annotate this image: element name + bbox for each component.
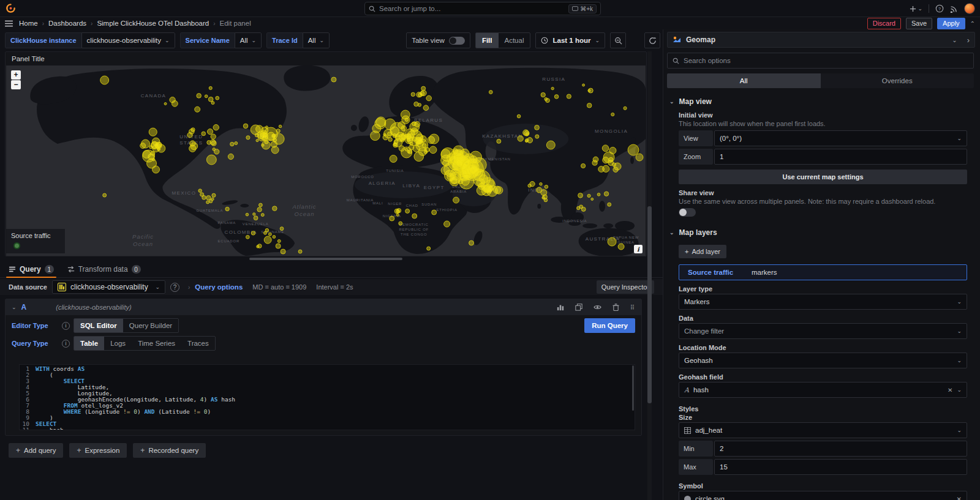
variable-value-dropdown[interactable]: All⌄ <box>235 32 262 48</box>
sql-editor-option[interactable]: SQL Editor <box>74 319 123 332</box>
map-zoom-in-button[interactable]: + <box>11 70 21 80</box>
actual-option[interactable]: Actual <box>499 33 530 48</box>
search-icon <box>673 58 679 64</box>
svg-text:Atlantic: Atlantic <box>292 203 317 210</box>
add-new-button[interactable]: ⌄ <box>910 6 922 12</box>
query-options-link[interactable]: Query options <box>195 283 243 291</box>
svg-text:MONGOLIA: MONGOLIA <box>595 129 628 134</box>
max-input[interactable]: 15 <box>714 459 967 475</box>
options-search-input[interactable]: Search options <box>667 53 974 69</box>
plus-icon: + <box>77 446 81 455</box>
breadcrumb-dashboard-name[interactable]: Simple ClickHouse OTel Dashboard <box>97 20 209 27</box>
map-zoom-out-button[interactable]: − <box>11 80 21 89</box>
tab-overrides[interactable]: Overrides <box>821 73 974 88</box>
fill-option[interactable]: Fill <box>476 33 499 48</box>
refresh-button[interactable] <box>644 32 660 48</box>
global-search-input[interactable]: Search or jump to... ⌘+k <box>364 2 601 15</box>
angle-right-icon[interactable]: › <box>967 35 970 45</box>
min-input[interactable]: 2 <box>714 441 967 457</box>
svg-text:Ocean: Ocean <box>133 241 153 247</box>
panel-title[interactable]: Panel Title <box>6 52 646 65</box>
eye-icon[interactable] <box>594 304 601 311</box>
geohash-field-select[interactable]: Ahash✕⌄ <box>679 382 967 398</box>
breadcrumb-dashboards[interactable]: Dashboards <box>48 20 86 27</box>
chevron-down-icon[interactable]: ⌄ <box>12 304 17 310</box>
sql-editor[interactable]: 1WITH coords AS2 (3 SELECT4 Latitude,5 L… <box>19 364 635 430</box>
menu-hamburger-icon[interactable] <box>5 20 13 27</box>
map-zoom-controls: + − <box>11 70 21 89</box>
breadcrumb-bar: Home › Dashboards › Simple ClickHouse OT… <box>0 17 980 29</box>
top-navbar: Search or jump to... ⌘+k ⌄ ? <box>0 0 980 17</box>
zoom-input[interactable]: 1 <box>714 149 967 165</box>
geohash-field-label: Geohash field <box>679 373 967 381</box>
chevron-down-icon: ⌄ <box>669 99 674 105</box>
add-query-button[interactable]: +Add query <box>9 443 63 458</box>
code-scrollbar[interactable] <box>632 365 634 411</box>
toggle-switch-off[interactable] <box>449 37 465 45</box>
news-rss-icon[interactable] <box>950 5 958 13</box>
layer-type-select[interactable]: Markers⌄ <box>679 294 967 310</box>
svg-text:ETHIOPIA: ETHIOPIA <box>436 208 457 212</box>
table-option[interactable]: Table <box>74 337 104 350</box>
data-select[interactable]: Change filter⌄ <box>679 323 967 339</box>
map-view-section-header[interactable]: ⌄Map view <box>667 94 975 109</box>
clock-icon <box>541 37 548 44</box>
location-mode-select[interactable]: Geohash⌄ <box>679 353 967 368</box>
add-layer-button[interactable]: +Add layer <box>679 245 726 258</box>
layer-type-label: Layer type <box>679 285 967 293</box>
time-range-picker[interactable]: Last 1 hour ⌄ <box>535 32 605 48</box>
time-series-option[interactable]: Time Series <box>132 337 181 350</box>
chevron-down-icon: ⌄ <box>669 229 674 236</box>
tab-query[interactable]: Query 1 <box>9 262 54 277</box>
clear-icon[interactable]: ✕ <box>948 387 952 394</box>
symbol-select[interactable]: circle.svg✕ <box>679 491 967 500</box>
breadcrumb-home[interactable]: Home <box>19 20 38 27</box>
size-field-select[interactable]: adj_heat⌄ <box>679 422 967 438</box>
map-layers-section-header[interactable]: ⌄Map layers <box>667 225 975 240</box>
share-view-toggle[interactable] <box>679 208 696 217</box>
clear-icon[interactable]: ✕ <box>957 496 962 500</box>
chart-icon[interactable] <box>557 304 564 311</box>
datasource-help-icon[interactable]: ? <box>170 283 179 292</box>
chevron-right-icon: › <box>213 20 215 27</box>
transform-count-badge: 0 <box>132 265 141 274</box>
world-map[interactable]: CANADARUSSIAUNITEDSTATESMEXICOGUATEMALAP… <box>6 65 646 256</box>
layer-item-source-traffic[interactable]: Source traffic markers <box>679 264 967 280</box>
visualization-picker[interactable]: Geomap ⌄ › <box>667 32 975 48</box>
grafana-logo-icon[interactable] <box>0 3 21 13</box>
logs-option[interactable]: Logs <box>104 337 132 350</box>
run-query-button[interactable]: Run Query <box>584 318 635 333</box>
variable-trace-id: Trace Id All⌄ <box>266 32 330 48</box>
expression-button[interactable]: +Expression <box>69 443 127 458</box>
save-button[interactable]: Save <box>906 18 932 29</box>
geomap-panel[interactable]: Panel Title <box>5 51 647 256</box>
variable-value-dropdown[interactable]: All⌄ <box>303 32 330 48</box>
datasource-picker[interactable]: clickhouse-observability ⌄ <box>52 280 165 294</box>
max-data-points-stat: MD = auto = 1909 <box>252 283 306 291</box>
help-icon[interactable]: ? <box>935 4 944 13</box>
drag-handle-icon[interactable]: ⠿ <box>630 304 635 311</box>
query-builder-option[interactable]: Query Builder <box>123 319 178 332</box>
chevron-up-icon[interactable]: ⌃ <box>970 20 975 27</box>
zoom-out-time-button[interactable] <box>610 32 626 48</box>
tab-all[interactable]: All <box>667 73 821 88</box>
scrollbar-thumb[interactable] <box>647 206 652 403</box>
traces-option[interactable]: Traces <box>181 337 215 350</box>
duplicate-icon[interactable] <box>575 304 582 311</box>
edit-panel-left-column: ClickHouse instance clickhouse-observabi… <box>0 29 663 500</box>
use-current-map-settings-button[interactable]: Use current map settings <box>679 170 967 184</box>
view-select[interactable]: (0°, 0°)⌄ <box>714 130 967 146</box>
query-inspector-button[interactable]: Query Inspector <box>597 280 654 294</box>
query-row-header[interactable]: ⌄ A (clickhouse-observability) ⠿ <box>6 299 641 315</box>
variable-value-dropdown[interactable]: clickhouse-observability⌄ <box>81 32 175 48</box>
table-view-toggle[interactable]: Table view <box>406 32 470 48</box>
datasource-label: Data source <box>9 283 47 291</box>
map-attribution-button[interactable]: i <box>634 245 643 253</box>
recorded-query-button[interactable]: +Recorded query <box>133 443 206 458</box>
discard-button[interactable]: Discard <box>867 18 901 29</box>
trash-icon[interactable] <box>612 304 619 311</box>
panel-resize-handle[interactable] <box>249 258 402 260</box>
apply-button[interactable]: Apply <box>937 18 965 29</box>
user-avatar[interactable] <box>964 3 975 14</box>
tab-transform-data[interactable]: Transform data 0 <box>67 262 141 277</box>
